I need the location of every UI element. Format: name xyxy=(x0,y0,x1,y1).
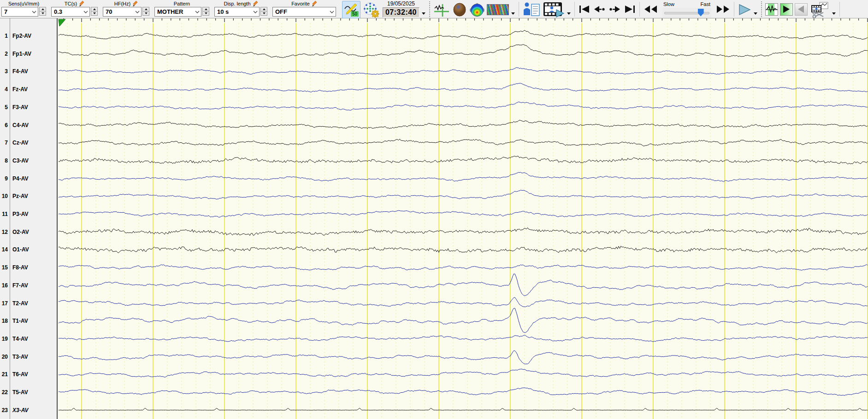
favorite-label: Favorite xyxy=(291,1,310,6)
channel-row[interactable]: 11P3-AV xyxy=(0,210,57,218)
play-button[interactable] xyxy=(738,1,751,18)
channel-row[interactable]: 7Cz-AV xyxy=(0,139,57,146)
hf-dropdown[interactable]: 70 xyxy=(103,7,142,17)
channel-row[interactable]: 4Fz-AV xyxy=(0,86,57,93)
channel-number: 7 xyxy=(0,139,8,146)
edit-pencil-icon[interactable] xyxy=(252,1,258,7)
time-menu-arrow[interactable] xyxy=(422,12,425,15)
eeg-trace-T4-AV xyxy=(59,335,868,342)
toolbar-separator xyxy=(761,1,762,17)
fast-label: Fast xyxy=(701,1,710,8)
auto-play-toggle-button[interactable] xyxy=(780,3,793,16)
topography-map-button[interactable] xyxy=(469,1,485,18)
last-page-button[interactable] xyxy=(624,5,636,14)
tc-dropdown[interactable]: 0.3 xyxy=(51,7,90,17)
tc-label: TC(s) xyxy=(65,1,77,6)
display-length-spinner xyxy=(260,7,267,16)
chevron-down-icon xyxy=(83,11,88,13)
channel-row[interactable]: 5F3-AV xyxy=(0,104,57,111)
eeg-trace-area[interactable] xyxy=(57,18,868,419)
eeg-trace-C4-AV xyxy=(59,120,868,128)
channel-row[interactable]: 10Pz-AV xyxy=(0,192,57,200)
channel-row[interactable]: 19T4-AV xyxy=(0,335,57,343)
spin-down-button[interactable] xyxy=(39,11,46,16)
waveform-measure-button[interactable] xyxy=(433,1,450,18)
spin-down-button[interactable] xyxy=(260,11,267,16)
channel-row[interactable]: 23X3-AV xyxy=(0,407,57,414)
step-back-button[interactable] xyxy=(593,5,606,14)
channel-row[interactable]: 6C4-AV xyxy=(0,122,57,129)
topo-head-icon xyxy=(469,2,485,17)
step-forward-button[interactable] xyxy=(608,5,621,14)
spin-down-button[interactable] xyxy=(202,11,209,16)
head-3d-map-button[interactable] xyxy=(452,1,467,18)
channel-row[interactable]: 18T1-AV xyxy=(0,317,57,325)
toolbar-separator xyxy=(429,1,430,17)
channel-row[interactable]: 12O2-AV xyxy=(0,228,57,236)
spin-down-button[interactable] xyxy=(91,11,98,16)
channel-row[interactable]: 17T2-AV xyxy=(0,300,57,307)
channel-row[interactable]: 1Fp2-AV xyxy=(0,32,57,40)
eeg-trace-T1-AV xyxy=(59,308,868,332)
rewind-button[interactable] xyxy=(643,5,659,14)
channel-number: 2 xyxy=(0,50,8,58)
channel-row[interactable]: 14O1-AV xyxy=(0,246,57,253)
hf-spinner xyxy=(142,7,149,16)
video-playback-button[interactable] xyxy=(543,1,565,18)
eeg-trace-T3-AV xyxy=(59,351,868,364)
video-clip-cut-button[interactable] xyxy=(809,1,830,18)
reverse-play-button-disabled[interactable] xyxy=(795,3,808,16)
channel-row[interactable]: 8C3-AV xyxy=(0,157,57,164)
hf-label: HF(Hz) xyxy=(114,1,130,6)
channel-label: C4-AV xyxy=(12,122,29,129)
edit-pencil-icon[interactable] xyxy=(311,1,317,7)
montage-settings-button[interactable] xyxy=(362,1,380,18)
favorite-value: OFF xyxy=(275,8,328,15)
play-menu-arrow[interactable] xyxy=(754,12,757,15)
spin-down-button[interactable] xyxy=(142,11,149,16)
eeg-trace-T2-AV xyxy=(59,297,868,307)
speed-slider-track[interactable] xyxy=(662,8,711,18)
edit-pencil-icon[interactable] xyxy=(132,1,138,7)
dsa-trend-button[interactable] xyxy=(487,1,509,18)
channel-row[interactable]: 9P4-AV xyxy=(0,175,57,182)
fast-forward-button[interactable] xyxy=(715,5,731,14)
wave-on-green-icon xyxy=(766,4,778,15)
channel-label: Fp1-AV xyxy=(12,50,31,58)
eeg-trace-P3-AV xyxy=(59,210,868,217)
channel-row[interactable]: 21T6-AV xyxy=(0,371,57,378)
display-length-dropdown[interactable]: 10 s xyxy=(214,7,260,17)
channel-row[interactable]: 16F7-AV xyxy=(0,282,57,289)
date-label: 19/05/2025 xyxy=(387,0,415,7)
sens-dropdown[interactable]: 7 xyxy=(1,7,38,17)
channel-row[interactable]: 3F4-AV xyxy=(0,68,57,75)
channel-number: 17 xyxy=(0,300,8,307)
channel-label: T2-AV xyxy=(12,300,28,307)
pattern-dropdown[interactable]: MOTHER xyxy=(154,7,201,17)
chevron-down-icon xyxy=(32,11,36,13)
edit-pencil-icon[interactable] xyxy=(78,1,84,7)
channel-row[interactable]: 15F8-AV xyxy=(0,264,57,271)
channel-number: 1 xyxy=(0,32,8,40)
notch-filter-50hz-button[interactable]: 50 xyxy=(342,1,360,18)
channel-number: 15 xyxy=(0,264,8,271)
channel-label: T5-AV xyxy=(12,389,28,396)
eeg-trace-Pz-AV xyxy=(59,190,868,199)
channel-number: 20 xyxy=(0,353,8,361)
favorite-dropdown[interactable]: OFF xyxy=(272,7,336,17)
channel-number: 4 xyxy=(0,86,8,93)
patient-info-button[interactable] xyxy=(522,1,541,18)
time-display[interactable]: 07:32:40 xyxy=(383,7,419,17)
wave-review-toggle-button[interactable] xyxy=(765,3,778,16)
channel-row[interactable]: 22T5-AV xyxy=(0,389,57,396)
toolbar-separator xyxy=(574,2,575,17)
speed-slider-thumb[interactable] xyxy=(698,9,704,17)
channel-row[interactable]: 20T3-AV xyxy=(0,353,57,361)
notch-filter-icon: 50 xyxy=(344,3,359,17)
analysis-menu-arrow[interactable] xyxy=(511,12,515,15)
clip-menu-arrow[interactable] xyxy=(832,12,836,15)
first-page-button[interactable] xyxy=(578,5,590,14)
chevron-down-icon xyxy=(135,11,140,13)
channel-row[interactable]: 2Fp1-AV xyxy=(0,50,57,58)
video-menu-arrow[interactable] xyxy=(567,12,571,15)
